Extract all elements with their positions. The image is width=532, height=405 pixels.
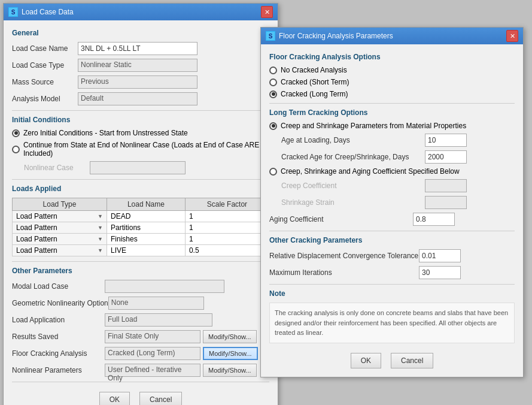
floor-cracking-controls: Cracked (Long Term) Modify/Show... [105,347,269,360]
modal-load-case-row: Modal Load Case [12,280,269,293]
load-case-type-row: Load Case Type Nonlinear Static [12,59,269,72]
load-case-content: General Load Case Name Load Case Type No… [4,20,278,405]
no-cracked-row[interactable]: No Cracked Analysis [269,66,515,74]
no-cracked-radio[interactable] [269,67,277,74]
cracked-short-term-radio[interactable] [269,78,277,86]
scale-factor-cell: 0.5 [185,245,269,256]
nonlinear-params-label: Nonlinear Parameters [12,366,105,374]
initial-condition-1-label: Zero Initial Conditions - Start from Uns… [23,129,188,137]
analysis-model-row: Analysis Model Default [12,92,269,105]
general-section-header: General [12,29,269,37]
load-case-type-value: Nonlinear Static [78,59,197,72]
nonlinear-params-modify-button[interactable]: Modify/Show... [203,364,257,377]
scale-factor-cell: 1 [185,222,269,234]
specified-label: Creep, Shrinkage and Aging Coefficient S… [281,167,460,176]
shrinkage-strain-input [425,196,467,209]
nonlinear-params-row: Nonlinear Parameters User Defined - Iter… [12,364,269,377]
mass-source-value: Previous [78,75,197,89]
cracked-long-term-row[interactable]: Cracked (Long Term) [269,90,515,98]
table-row[interactable]: Load Pattern▼DEAD1 [13,211,269,222]
initial-condition-2-label: Continue from State at End of Nonlinear … [23,141,269,158]
load-type-cell: Load Pattern▼ [13,211,107,222]
other-cracking-header: Other Cracking Parameters [269,236,515,244]
initial-condition-1-row[interactable]: Zero Initial Conditions - Start from Uns… [12,129,269,137]
initial-condition-2-radio[interactable] [12,146,20,153]
col-load-name: Load Name [107,198,186,211]
analysis-model-label: Analysis Model [12,95,78,103]
specified-row[interactable]: Creep, Shrinkage and Aging Coefficient S… [269,167,515,176]
floor-crack-close-button[interactable]: ✕ [506,30,518,42]
long-term-options-header: Long Term Cracking Options [269,108,515,117]
max-iterations-row: Maximum Iterations [269,266,515,279]
load-case-ok-button[interactable]: OK [99,392,130,405]
cracked-long-term-label: Cracked (Long Term) [281,90,348,98]
max-iterations-input[interactable] [419,266,461,279]
from-material-radio[interactable] [269,122,277,130]
load-name-cell: LIVE [107,245,186,256]
geometric-nonlinearity-value: None [108,297,204,310]
cracked-short-term-row[interactable]: Cracked (Short Term) [269,78,515,86]
initial-condition-1-radio[interactable] [12,129,20,137]
specified-radio[interactable] [269,168,277,176]
table-row[interactable]: Load Pattern▼LIVE0.5 [13,245,269,256]
creep-coefficient-input [425,179,467,192]
creep-coefficient-row: Creep Coefficient [269,179,515,192]
nonlinear-case-input [90,161,186,174]
aging-coefficient-label: Aging Coefficient [269,215,413,223]
floor-cracking-value: Cracked (Long Term) [105,347,200,360]
load-application-label: Load Application [12,316,105,324]
load-case-window-title: Load Case Data [22,8,74,16]
floor-crack-ok-button[interactable]: OK [351,353,381,368]
geometric-nonlinearity-row: Geometric Nonlinearity Option None [12,297,269,310]
floor-crack-window-title: Floor Cracking Analysis Parameters [279,32,393,40]
aging-coefficient-input[interactable] [413,213,455,226]
from-material-row[interactable]: Creep and Shrinkage Parameters from Mate… [269,122,515,130]
load-type-cell: Load Pattern▼ [13,234,107,245]
results-saved-row: Results Saved Final State Only Modify/Sh… [12,330,269,343]
floor-crack-window-icon: S [266,31,275,41]
geometric-nonlinearity-label: Geometric Nonlinearity Option [12,299,108,307]
results-saved-value: Final State Only [105,330,200,343]
col-scale-factor: Scale Factor [185,198,269,211]
floor-crack-title-left: S Floor Cracking Analysis Parameters [266,31,393,41]
load-case-cancel-button[interactable]: Cancel [139,392,182,405]
age-at-loading-input[interactable] [425,134,467,147]
load-name-cell: DEAD [107,211,186,222]
load-case-bottom-buttons: OK Cancel [12,387,269,405]
shrinkage-strain-label: Shrinkage Strain [281,198,425,207]
results-saved-modify-button[interactable]: Modify/Show... [203,330,257,343]
creep-coefficient-label: Creep Coefficient [281,182,425,190]
table-row[interactable]: Load Pattern▼Finishes1 [13,234,269,245]
results-saved-label: Results Saved [12,333,105,341]
mass-source-label: Mass Source [12,78,78,86]
load-type-cell: Load Pattern▼ [13,245,107,256]
floor-cracking-modify-button[interactable]: Modify/Show... [203,347,258,360]
initial-condition-2-row[interactable]: Continue from State at End of Nonlinear … [12,141,269,158]
title-bar-left: S Load Case Data [8,7,74,17]
load-case-title-bar: S Load Case Data ✕ [4,4,278,20]
load-case-type-label: Load Case Type [12,61,78,69]
load-case-close-button[interactable]: ✕ [261,6,273,18]
modal-load-case-label: Modal Load Case [12,282,105,291]
table-row[interactable]: Load Pattern▼Partitions1 [13,222,269,234]
floor-crack-window: S Floor Cracking Analysis Parameters ✕ F… [260,27,524,377]
nonlinear-params-value: User Defined - Iterative Only [105,364,200,377]
age-at-loading-label: Age at Loading, Days [281,136,425,144]
relative-displacement-label: Relative Displacement Convergence Tolera… [269,252,419,260]
from-material-label: Creep and Shrinkage Parameters from Mate… [281,122,466,130]
load-case-name-row: Load Case Name [12,42,269,55]
load-case-window-icon: S [8,7,18,17]
cracked-long-term-radio[interactable] [269,90,277,98]
floor-crack-content: Floor Cracking Analysis Options No Crack… [261,44,523,377]
cracked-age-input[interactable] [425,150,467,164]
floor-crack-cancel-button[interactable]: Cancel [391,353,433,368]
relative-displacement-input[interactable] [419,249,461,262]
shrinkage-strain-row: Shrinkage Strain [269,196,515,209]
load-type-cell: Load Pattern▼ [13,222,107,234]
load-case-name-input[interactable] [78,42,197,55]
results-saved-controls: Final State Only Modify/Show... [105,330,269,343]
scale-factor-cell: 1 [185,234,269,245]
floor-cracking-label: Floor Cracking Analysis [12,349,105,358]
cracked-age-label: Cracked Age for Creep/Shrinkage, Days [281,153,425,161]
floor-crack-title-bar: S Floor Cracking Analysis Parameters ✕ [261,28,523,44]
